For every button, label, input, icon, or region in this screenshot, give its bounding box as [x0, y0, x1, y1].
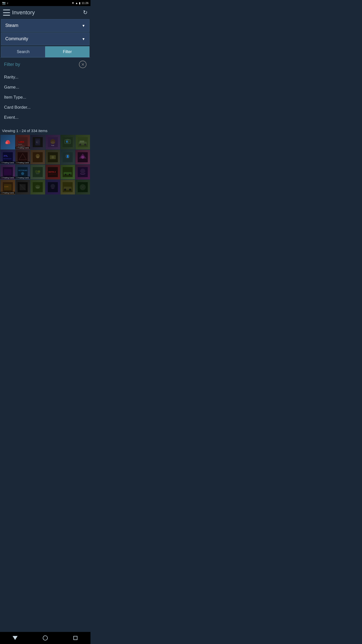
list-item[interactable]: X	[30, 135, 45, 149]
item-content	[46, 180, 60, 194]
svg-point-47	[38, 170, 40, 173]
svg-text:ADVANCED: ADVANCED	[3, 158, 12, 159]
svg-text:X: X	[36, 141, 38, 143]
svg-rect-5	[18, 144, 22, 144]
svg-rect-27	[18, 152, 28, 162]
list-item[interactable]	[75, 135, 90, 149]
list-item[interactable]: 👤	[61, 150, 75, 165]
list-item[interactable]	[46, 180, 60, 194]
svg-text:FTL: FTL	[4, 155, 8, 157]
list-item[interactable]: 3 Trading Cards	[1, 165, 15, 179]
svg-point-65	[36, 187, 40, 189]
svg-text:Food: Food	[51, 145, 54, 146]
filter-header: Filter by ✕	[4, 61, 86, 68]
svg-point-22	[84, 144, 86, 146]
notification-icon: 📷	[2, 1, 6, 5]
item-content	[75, 150, 90, 165]
list-item[interactable]: Food	[46, 135, 60, 149]
page-title: Inventory	[12, 9, 83, 16]
signal-icon: ▼	[72, 2, 74, 5]
list-item[interactable]: OCTODAD 3 Trading Cards	[16, 165, 30, 179]
svg-point-70	[64, 189, 66, 191]
list-item[interactable]: FTL ADVANCED 3 Trading Cards	[1, 150, 15, 165]
filter-rarity[interactable]: Rarity...	[4, 72, 86, 82]
list-item[interactable]	[46, 150, 60, 165]
filter-button[interactable]: Filter	[45, 46, 89, 57]
item-content	[30, 165, 45, 179]
svg-point-48	[36, 173, 40, 174]
toolbar: Inventory ↻	[0, 6, 90, 19]
list-item[interactable]: DOTA 2	[46, 165, 60, 179]
svg-point-53	[65, 174, 66, 175]
list-item[interactable]	[16, 180, 30, 194]
list-item[interactable]: 3 Trading Cards	[16, 150, 30, 165]
list-item[interactable]	[75, 165, 90, 179]
svg-text:DOTA 2: DOTA 2	[49, 171, 56, 173]
community-dropdown-label: Community	[5, 36, 28, 42]
status-left: 📷 ♪	[2, 1, 8, 5]
list-item[interactable]	[1, 135, 15, 149]
svg-rect-24	[3, 152, 13, 162]
filter-item-type[interactable]: Item Type...	[4, 92, 86, 102]
svg-point-46	[35, 170, 38, 173]
item-content	[46, 150, 60, 165]
svg-point-13	[51, 141, 55, 144]
status-bar: 📷 ♪ ▼ ▲ ▮ 11:26	[0, 0, 90, 6]
item-content	[75, 165, 90, 179]
svg-point-67	[51, 184, 55, 188]
menu-button[interactable]	[3, 10, 10, 16]
action-buttons: Search Filter	[1, 46, 89, 57]
community-dropdown[interactable]: Community ▼	[1, 32, 89, 45]
svg-text:👤: 👤	[66, 140, 68, 143]
list-item[interactable]: GUAC 3 Trading Cards	[1, 180, 15, 194]
steam-dropdown[interactable]: Steam ▼	[1, 19, 89, 32]
list-item[interactable]	[30, 165, 45, 179]
list-item[interactable]	[75, 150, 90, 165]
steam-dropdown-arrow: ▼	[82, 24, 85, 28]
svg-point-54	[69, 174, 70, 175]
svg-point-34	[52, 156, 54, 158]
item-content	[16, 180, 30, 194]
list-item[interactable]: L4D2 3 Trading 3 Trading Cards	[16, 135, 30, 149]
trading-badge: 3 Trading Cards	[16, 147, 30, 149]
list-item[interactable]	[61, 165, 75, 179]
refresh-button[interactable]: ↻	[83, 9, 87, 16]
item-content	[75, 135, 90, 149]
inventory-grid: L4D2 3 Trading 3 Trading Cards X Food	[0, 135, 90, 195]
viewing-count: Viewing 1 - 24 of 334 items	[0, 126, 90, 135]
item-content	[61, 180, 75, 194]
list-item[interactable]: 👤	[61, 135, 75, 149]
item-content	[61, 165, 75, 179]
filter-event[interactable]: Event...	[4, 112, 86, 123]
trading-badge: 3 Trading Cards	[16, 162, 30, 164]
filter-by-label: Filter by	[4, 62, 20, 67]
item-content: 👤	[61, 135, 75, 149]
filter-card-border[interactable]: Card Border...	[4, 102, 86, 112]
svg-text:L4D2: L4D2	[19, 141, 24, 143]
svg-point-44	[21, 172, 24, 175]
filter-close-button[interactable]: ✕	[79, 61, 86, 68]
item-content	[1, 135, 15, 149]
list-item[interactable]	[61, 180, 75, 194]
item-content	[30, 150, 45, 165]
svg-text:GUAC: GUAC	[4, 186, 9, 187]
wifi-icon: ▲	[75, 2, 78, 5]
list-item[interactable]	[30, 150, 45, 165]
item-content	[75, 180, 90, 194]
trading-badge: 3 Trading Cards	[1, 162, 15, 164]
filter-game[interactable]: Game...	[4, 82, 86, 92]
list-item[interactable]	[30, 180, 45, 194]
viewing-text: Viewing 1 - 24 of 334 items	[2, 129, 48, 133]
status-right: ▼ ▲ ▮ 11:26	[72, 2, 88, 5]
search-button[interactable]: Search	[1, 46, 45, 57]
svg-text:👤: 👤	[66, 155, 69, 158]
list-item[interactable]	[75, 180, 90, 194]
trading-badge: 3 Trading Cards	[16, 177, 30, 179]
svg-point-31	[36, 156, 39, 158]
svg-point-2	[8, 142, 10, 144]
svg-point-1	[5, 142, 8, 144]
svg-point-56	[80, 169, 85, 174]
item-content: Food	[46, 135, 60, 149]
svg-point-71	[69, 189, 71, 191]
svg-text:OCTODAD: OCTODAD	[18, 170, 27, 171]
